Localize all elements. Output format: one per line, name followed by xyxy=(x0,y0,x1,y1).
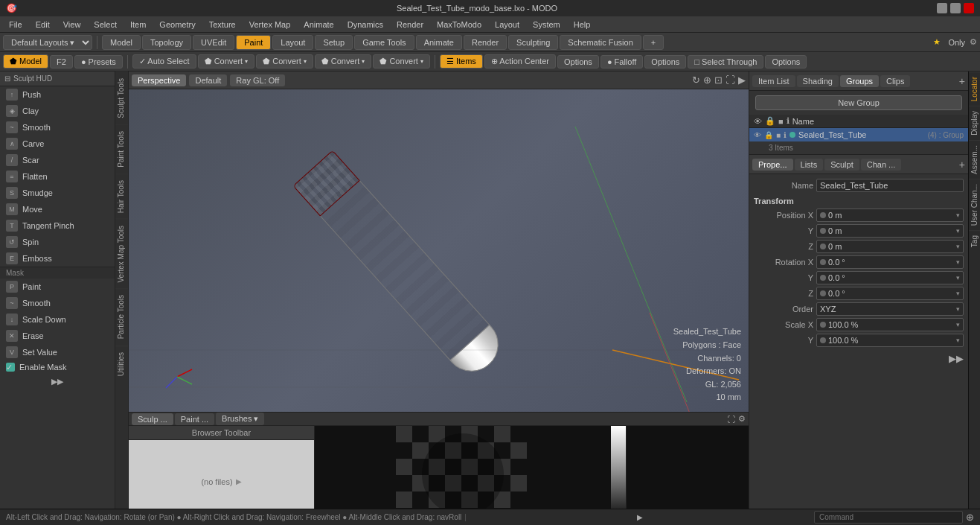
tool-emboss[interactable]: E Emboss xyxy=(0,250,115,267)
tab-schematic[interactable]: Schematic Fusion xyxy=(560,35,641,50)
pos-y-field[interactable]: 0 m ▾ xyxy=(816,224,964,238)
menu-system[interactable]: System xyxy=(527,19,566,31)
vp-tab-perspective[interactable]: Perspective xyxy=(132,74,186,86)
options-btn3[interactable]: Options xyxy=(765,55,807,69)
loc-tab-locator[interactable]: Locator xyxy=(969,71,980,106)
enable-mask-checkbox[interactable]: ✓ Enable Mask xyxy=(0,360,115,374)
tab-uvedit[interactable]: UVEdit xyxy=(193,35,234,50)
tab-sculpting[interactable]: Sculpting xyxy=(508,35,558,50)
cmd-run-icon[interactable]: ▶ xyxy=(637,513,643,521)
tool-tangent-pinch[interactable]: T Tangent Pinch xyxy=(0,217,115,234)
mode-model[interactable]: ⬟ Model xyxy=(3,54,48,69)
tab-game-tools[interactable]: Game Tools xyxy=(354,35,414,50)
vp-tab-default[interactable]: Default xyxy=(189,74,227,86)
menu-render[interactable]: Render xyxy=(391,19,429,31)
props-tab-props[interactable]: Prope... xyxy=(752,159,793,171)
menu-select[interactable]: Select xyxy=(88,19,123,31)
falloff-btn[interactable]: ● Falloff xyxy=(601,55,643,69)
vp-btm-gear-icon[interactable]: ⚙ xyxy=(738,414,746,424)
right-tab-item-list[interactable]: Item List xyxy=(752,75,795,87)
scale-y-field[interactable]: 100.0 % ▾ xyxy=(816,334,964,347)
side-tab-particle[interactable]: Particle Tools xyxy=(115,288,128,345)
menu-dynamics[interactable]: Dynamics xyxy=(342,19,389,31)
menu-file[interactable]: File xyxy=(3,19,28,31)
loc-tab-assem[interactable]: Assem... xyxy=(969,140,980,179)
menu-animate[interactable]: Animate xyxy=(298,19,339,31)
convert-btn-2[interactable]: ⬟ Convert ▾ xyxy=(256,54,313,69)
side-tab-sculpt[interactable]: Sculpt Tools xyxy=(115,71,128,124)
tool-smooth[interactable]: ~ Smooth xyxy=(0,119,115,136)
vp-zoom-icon[interactable]: ⊕ xyxy=(703,74,711,86)
action-center-btn[interactable]: ⊕ Action Center xyxy=(484,54,556,69)
mode-f2[interactable]: F2 xyxy=(50,55,73,69)
convert-btn-4[interactable]: ⬟ Convert ▾ xyxy=(373,54,430,69)
side-tab-vertex[interactable]: Vertex Map Tools xyxy=(115,219,128,289)
props-add-btn[interactable]: + xyxy=(959,159,965,171)
vp-expand-icon[interactable]: ⛶ xyxy=(726,74,735,86)
tab-add[interactable]: + xyxy=(643,35,664,50)
menu-texture[interactable]: Texture xyxy=(203,19,242,31)
tab-render[interactable]: Render xyxy=(464,35,507,50)
side-tab-hair[interactable]: Hair Tools xyxy=(115,174,128,219)
vp-btm-tab-paint[interactable]: Paint ... xyxy=(175,413,214,425)
tab-model[interactable]: Model xyxy=(102,35,141,50)
menu-vertex-map[interactable]: Vertex Map xyxy=(243,19,297,31)
menu-item[interactable]: Item xyxy=(124,19,152,31)
tab-layout[interactable]: Layout xyxy=(272,35,313,50)
command-input[interactable] xyxy=(814,511,963,524)
right-tab-groups[interactable]: Groups xyxy=(840,75,879,87)
select-through-btn[interactable]: □ Select Through xyxy=(688,55,763,69)
viewport-canvas[interactable]: Sealed_Test_Tube Polygons : Face Channel… xyxy=(129,89,749,412)
tool-smooth-mask[interactable]: ~ Smooth xyxy=(0,295,115,311)
vp-tab-raygl[interactable]: Ray GL: Off xyxy=(230,74,285,86)
tool-spin[interactable]: ↺ Spin xyxy=(0,234,115,250)
props-tab-lists[interactable]: Lists xyxy=(795,159,824,171)
right-tab-clips[interactable]: Clips xyxy=(880,75,910,87)
menu-maxtomodo[interactable]: MaxToModo xyxy=(431,19,487,31)
name-prop-field[interactable]: Sealed_Test_Tube xyxy=(816,179,964,192)
vp-btm-expand-icon[interactable]: ⛶ xyxy=(727,415,735,424)
tool-flatten[interactable]: = Flatten xyxy=(0,168,115,185)
options-btn1[interactable]: Options xyxy=(557,55,599,69)
rot-z-field[interactable]: 0.0 ° ▾ xyxy=(816,287,964,300)
menu-view[interactable]: View xyxy=(57,19,87,31)
tab-setup[interactable]: Setup xyxy=(315,35,353,50)
right-tab-shading[interactable]: Shading xyxy=(797,75,839,87)
props-expand-btn[interactable]: ▶▶ xyxy=(949,353,964,364)
new-group-button[interactable]: New Group xyxy=(755,95,962,110)
tool-carve[interactable]: ∧ Carve xyxy=(0,136,115,152)
mode-presets[interactable]: ● Presets xyxy=(74,55,123,69)
tool-smudge[interactable]: S Smudge xyxy=(0,185,115,201)
tool-scale-down[interactable]: ↓ Scale Down xyxy=(0,311,115,328)
item-sealed-test-tube[interactable]: 👁 🔒 ■ ℹ Sealed_Test_Tube (4) : Group xyxy=(749,128,968,141)
minimize-button[interactable] xyxy=(937,3,947,13)
right-tab-add[interactable]: + xyxy=(959,75,965,87)
items-btn[interactable]: ☰ Items xyxy=(440,54,483,69)
menu-geometry[interactable]: Geometry xyxy=(153,19,201,31)
pos-x-field[interactable]: 0 m ▾ xyxy=(816,209,964,222)
vp-btm-tab-brushes[interactable]: Brushes ▾ xyxy=(216,413,264,425)
tool-clay[interactable]: ◈ Clay xyxy=(0,103,115,119)
tab-paint[interactable]: Paint xyxy=(236,35,271,50)
order-field[interactable]: XYZ ▾ xyxy=(816,302,964,316)
vp-rotate-icon[interactable]: ↻ xyxy=(692,74,700,86)
vp-btm-tab-sculp[interactable]: Sculp ... xyxy=(132,413,173,425)
tab-animate[interactable]: Animate xyxy=(416,35,462,50)
auto-select-btn[interactable]: ✓ Auto Select xyxy=(132,54,196,69)
tool-scar[interactable]: / Scar xyxy=(0,152,115,168)
vp-fit-icon[interactable]: ⊡ xyxy=(714,74,723,86)
props-tab-sculpt[interactable]: Sculpt xyxy=(824,159,859,171)
close-button[interactable] xyxy=(964,3,974,13)
tool-erase[interactable]: ✕ Erase xyxy=(0,328,115,344)
pos-z-field[interactable]: 0 m ▾ xyxy=(816,240,964,253)
props-tab-chan[interactable]: Chan ... xyxy=(861,159,902,171)
tool-move[interactable]: M Move xyxy=(0,201,115,217)
cmd-submit-icon[interactable]: ⊕ xyxy=(966,512,974,523)
menu-help[interactable]: Help xyxy=(568,19,597,31)
loc-tab-userchan[interactable]: User Chan... xyxy=(969,179,980,230)
convert-btn-1[interactable]: ⬟ Convert ▾ xyxy=(198,54,255,69)
rot-y-field[interactable]: 0.0 ° ▾ xyxy=(816,271,964,284)
menu-edit[interactable]: Edit xyxy=(30,19,56,31)
rot-x-field[interactable]: 0.0 ° ▾ xyxy=(816,255,964,269)
settings-icon[interactable]: ⚙ xyxy=(970,37,977,47)
